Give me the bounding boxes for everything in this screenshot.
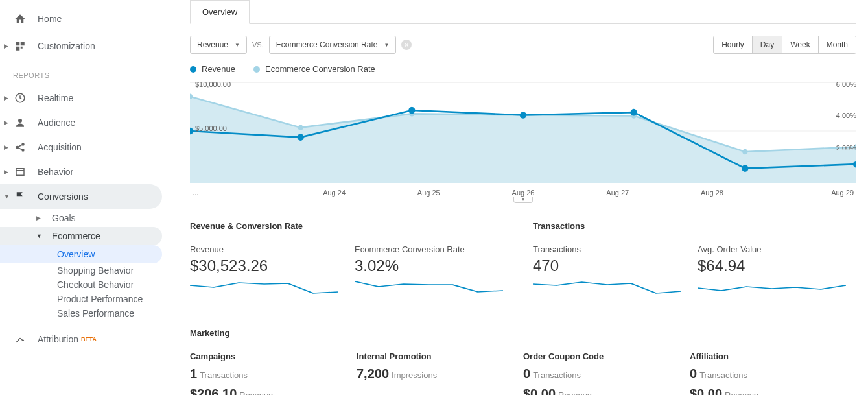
legend-dot-icon xyxy=(253,66,260,73)
card-ecr-label: Ecommerce Conversion Rate xyxy=(355,245,503,254)
time-day[interactable]: Day xyxy=(753,36,782,53)
svg-rect-3 xyxy=(21,47,23,49)
svg-rect-9 xyxy=(16,169,24,176)
sub-goals[interactable]: ▶ Goals xyxy=(0,209,178,227)
card-ecr-value: 3.02% xyxy=(355,257,503,275)
x-tick: Aug 25 xyxy=(381,186,476,197)
tab-strip: Overview xyxy=(190,0,856,24)
ecom-product-performance[interactable]: Product Performance xyxy=(0,292,178,306)
clear-metric-icon[interactable]: ✕ xyxy=(401,40,412,50)
aff-rev-label: Revenue xyxy=(725,390,758,395)
internal-imp-value: 7,200 xyxy=(357,366,389,381)
card-transactions[interactable]: Transactions 470 xyxy=(533,245,692,302)
revenue-group: Revenue & Conversion Rate Revenue $30,52… xyxy=(190,221,513,302)
main-chart: $10,000.00 $5,000.00 6.00% 4.00% 2.00% xyxy=(190,79,856,183)
ecom-overview[interactable]: Overview xyxy=(0,245,162,263)
legend-ecr: Ecommerce Conversion Rate xyxy=(253,64,375,74)
chevron-right-icon: ▶ xyxy=(4,119,8,126)
nav-conversions-label: Conversions xyxy=(38,191,88,202)
metric1-value: Revenue xyxy=(197,40,228,49)
svg-point-20 xyxy=(298,134,304,141)
svg-rect-1 xyxy=(21,42,25,45)
sparkline xyxy=(190,279,338,297)
metric2-value: Ecommerce Conversion Rate xyxy=(276,40,378,49)
card-revenue-value: $30,523.26 xyxy=(190,257,338,275)
chevron-down-icon: ▼ xyxy=(4,193,10,200)
time-week[interactable]: Week xyxy=(782,36,818,53)
chevron-right-icon: ▶ xyxy=(4,95,8,101)
nav-behavior[interactable]: ▶ Behavior xyxy=(0,160,178,184)
card-aov[interactable]: Avg. Order Value $64.94 xyxy=(692,245,856,302)
svg-rect-0 xyxy=(16,42,19,45)
marketing-section: Marketing Campaigns 1Transactions $206.1… xyxy=(190,328,856,395)
reports-section-label: REPORTS xyxy=(0,60,178,86)
campaigns-tx-label: Transactions xyxy=(200,370,248,380)
nav-realtime[interactable]: ▶ Realtime xyxy=(0,86,178,110)
aff-tx-label: Transactions xyxy=(699,370,747,380)
nav-behavior-label: Behavior xyxy=(38,167,73,177)
sub-ecommerce[interactable]: ▼ Ecommerce xyxy=(0,227,162,245)
chevron-right-icon: ▶ xyxy=(4,144,8,150)
metric2-dropdown[interactable]: Ecommerce Conversion Rate ▼ xyxy=(269,36,397,54)
y-right-tick-2: 4.00% xyxy=(836,112,856,119)
x-tick: ... xyxy=(190,186,287,197)
chevron-right-icon: ▶ xyxy=(4,169,8,175)
expand-chart-button[interactable]: ▾ xyxy=(513,197,533,203)
x-tick: Aug 29 xyxy=(759,186,856,197)
card-aov-value: $64.94 xyxy=(698,257,846,275)
ecom-checkout-behavior[interactable]: Checkout Behavior xyxy=(0,278,178,292)
svg-point-21 xyxy=(408,107,415,114)
dashboard-icon xyxy=(13,40,27,52)
campaigns-rev-label: Revenue xyxy=(239,390,273,395)
mkt-affiliation-head: Affiliation xyxy=(690,352,843,361)
tab-overview[interactable]: Overview xyxy=(190,0,250,24)
ecom-sales-performance[interactable]: Sales Performance xyxy=(0,306,178,320)
x-tick: Aug 27 xyxy=(570,186,665,197)
sidebar: Home ▶ Customization REPORTS ▶ Realtime … xyxy=(0,0,178,395)
home-icon xyxy=(13,13,27,25)
metrics-row: Revenue & Conversion Rate Revenue $30,52… xyxy=(190,221,856,302)
card-tx-value: 470 xyxy=(533,257,681,275)
card-aov-label: Avg. Order Value xyxy=(698,245,846,254)
nav-attribution[interactable]: Attribution BETA xyxy=(0,327,178,352)
svg-rect-2 xyxy=(16,47,19,51)
coupon-rev-label: Revenue xyxy=(558,390,592,395)
sparkline xyxy=(698,279,846,297)
svg-point-7 xyxy=(22,143,24,145)
svg-point-17 xyxy=(742,149,747,155)
nav-home-label: Home xyxy=(38,14,62,24)
y-right-tick-3: 2.00% xyxy=(836,144,856,152)
revenue-group-title: Revenue & Conversion Rate xyxy=(190,221,513,235)
aff-tx-value: 0 xyxy=(690,366,697,381)
campaigns-tx-value: 1 xyxy=(190,366,197,381)
x-tick: Aug 28 xyxy=(665,186,760,197)
card-revenue-label: Revenue xyxy=(190,245,338,254)
ecom-shopping-behavior[interactable]: Shopping Behavior xyxy=(0,263,178,278)
nav-acquisition[interactable]: ▶ Acquisition xyxy=(0,135,178,160)
metric1-dropdown[interactable]: Revenue ▼ xyxy=(190,36,247,54)
legend-dot-icon xyxy=(190,66,196,73)
chevron-right-icon: ▶ xyxy=(36,215,41,221)
mkt-internal-head: Internal Promotion xyxy=(357,352,510,361)
card-ecr[interactable]: Ecommerce Conversion Rate 3.02% xyxy=(349,245,513,302)
sparkline xyxy=(533,279,681,297)
nav-customization[interactable]: ▶ Customization xyxy=(0,32,178,60)
nav-attribution-label: Attribution xyxy=(38,334,78,344)
time-hourly[interactable]: Hourly xyxy=(714,36,753,53)
campaigns-rev-value: $206.10 xyxy=(190,387,237,395)
nav-audience[interactable]: ▶ Audience xyxy=(0,110,178,135)
attribution-icon xyxy=(13,333,27,345)
nav-home[interactable]: Home xyxy=(0,5,178,32)
chevron-down-icon: ▼ xyxy=(235,42,240,48)
nav-realtime-label: Realtime xyxy=(38,93,73,103)
chevron-down-icon: ▼ xyxy=(384,42,389,48)
card-revenue[interactable]: Revenue $30,523.26 xyxy=(190,245,349,302)
controls-row: Revenue ▼ VS. Ecommerce Conversion Rate … xyxy=(190,36,856,54)
legend-revenue: Revenue xyxy=(190,64,235,74)
internal-imp-label: Impressions xyxy=(392,370,437,380)
nav-customization-label: Customization xyxy=(38,41,95,51)
time-month[interactable]: Month xyxy=(819,36,856,53)
svg-point-8 xyxy=(22,149,24,151)
behavior-icon xyxy=(13,166,27,178)
nav-conversions[interactable]: ▼ Conversions xyxy=(0,184,162,209)
